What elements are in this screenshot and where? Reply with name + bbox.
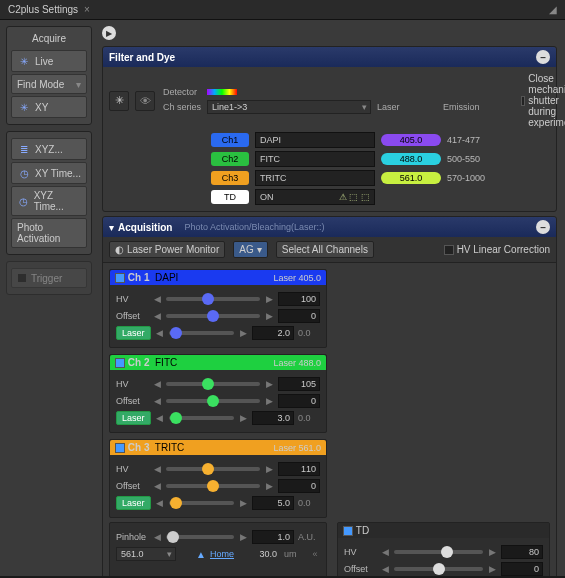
titlebar: C2plus Settings × ◢: [0, 0, 565, 20]
acquire-label: Acquire: [11, 31, 87, 48]
laser-pill[interactable]: 488.0: [381, 153, 441, 165]
channel-panel-ch2: Ch 2 FITCLaser 488.0HV◀▶105Offset◀▶0Lase…: [109, 354, 327, 433]
xyz-time-button[interactable]: ◷XYZ Time...: [11, 186, 87, 216]
hv-slider[interactable]: [166, 467, 260, 471]
eye-port-icon[interactable]: 👁: [135, 91, 155, 111]
gear-icon: ✳: [17, 100, 31, 114]
laser-slider[interactable]: [169, 331, 234, 335]
select-all-channels-button[interactable]: Select All Channels: [276, 241, 374, 258]
laser-power-monitor-button[interactable]: ◐Laser Power Monitor: [109, 241, 225, 258]
acquisition-sub: Photo Activation/Bleaching(Laser::): [184, 222, 324, 232]
laser-value[interactable]: 2.0: [252, 326, 294, 340]
offset-value[interactable]: 0: [278, 479, 320, 493]
laser-pill[interactable]: 561.0: [381, 172, 441, 184]
content: ▶ Filter and Dye – ✳ 👁 Detector Ch: [98, 20, 565, 576]
app-title: C2plus Settings: [8, 4, 78, 15]
filter-dye-grid: Detector Ch series Line1->3 Laser Emissi…: [163, 87, 513, 114]
dec-icon[interactable]: ◀: [152, 532, 162, 542]
emission-text: 417-477: [447, 135, 517, 145]
pinhole-label: Pinhole: [116, 532, 148, 542]
hv-value[interactable]: 100: [278, 292, 320, 306]
home-icon[interactable]: ▲: [196, 549, 206, 560]
hv-value[interactable]: 110: [278, 462, 320, 476]
sidebar: Acquire ✳Live Find Mode▾ ✳XY ≣XYZ... ◷XY…: [0, 20, 98, 576]
hv-slider[interactable]: [166, 297, 260, 301]
dye-input[interactable]: FITC: [255, 151, 375, 167]
hv-value[interactable]: 105: [278, 377, 320, 391]
shutter-checkbox-row[interactable]: Close mechanical shutter during experime…: [521, 73, 565, 128]
expand-icon[interactable]: ▾: [109, 222, 114, 233]
td-checkbox[interactable]: [343, 526, 353, 536]
left-icon[interactable]: «: [310, 549, 320, 559]
channel-pill[interactable]: TD: [211, 190, 249, 204]
live-button[interactable]: ✳Live: [11, 50, 87, 72]
laser-button[interactable]: Laser: [116, 411, 151, 425]
channel-checkbox[interactable]: [115, 443, 125, 453]
collapse-icon[interactable]: –: [536, 50, 550, 64]
col-emission: Emission: [443, 102, 513, 112]
home-link[interactable]: Home: [210, 549, 234, 559]
channel-pill[interactable]: Ch1: [211, 133, 249, 147]
trigger-button: Trigger: [11, 268, 87, 288]
pinhole-wavelength-select[interactable]: 561.0: [116, 547, 176, 561]
ag-button[interactable]: AG▾: [233, 241, 267, 258]
laser-value[interactable]: 3.0: [252, 411, 294, 425]
laser-value[interactable]: 5.0: [252, 496, 294, 510]
channel-checkbox[interactable]: [115, 358, 125, 368]
offset-slider[interactable]: [166, 484, 260, 488]
laser-pill[interactable]: 405.0: [381, 134, 441, 146]
filter-dye-title: Filter and Dye: [109, 52, 175, 63]
gear-icon: ✳: [17, 54, 31, 68]
xy-button[interactable]: ✳XY: [11, 96, 87, 118]
offset-value[interactable]: 0: [278, 309, 320, 323]
chevron-down-icon: ▾: [76, 79, 81, 90]
tab-close-icon[interactable]: ×: [84, 4, 90, 15]
channel-checkbox[interactable]: [115, 273, 125, 283]
col-detector: Detector: [163, 87, 201, 97]
laser-slider[interactable]: [169, 501, 234, 505]
td-offset-value[interactable]: 0: [501, 562, 543, 576]
find-mode-button[interactable]: Find Mode▾: [11, 74, 87, 94]
td-offset-slider[interactable]: [394, 567, 483, 571]
td-hv-slider[interactable]: [394, 550, 483, 554]
window-corner-icon[interactable]: ◢: [549, 4, 557, 15]
pinhole-slider[interactable]: [166, 535, 234, 539]
acquisition-panel: ▾ Acquisition Photo Activation/Bleaching…: [102, 216, 557, 576]
pinhole-panel: Pinhole ◀ ▶ 1.0 A.U. 561.0 ▲ Home: [109, 522, 327, 576]
xyz-button[interactable]: ≣XYZ...: [11, 138, 87, 160]
laser-slider[interactable]: [169, 416, 234, 420]
photo-activation-button[interactable]: Photo Activation: [11, 218, 87, 248]
trigger-checkbox: [17, 273, 27, 283]
dye-input[interactable]: DAPI: [255, 132, 375, 148]
pinhole-value[interactable]: 1.0: [252, 530, 294, 544]
offset-value[interactable]: 0: [278, 394, 320, 408]
hv-slider[interactable]: [166, 382, 260, 386]
offset-slider[interactable]: [166, 314, 260, 318]
xy-time-button[interactable]: ◷XY Time...: [11, 162, 87, 184]
col-spectrum-icon: [207, 89, 237, 95]
channel-panel-ch3: Ch 3 TRITCLaser 561.0HV◀▶110Offset◀▶0Las…: [109, 439, 327, 518]
collapse-icon[interactable]: –: [536, 220, 550, 234]
channel-pill[interactable]: Ch3: [211, 171, 249, 185]
filter-icon[interactable]: ✳: [109, 91, 129, 111]
emission-text: 500-550: [447, 154, 517, 164]
pinhole-um: 30.0: [238, 548, 280, 560]
play-icon[interactable]: ▶: [102, 26, 116, 40]
channel-panel-ch1: Ch 1 DAPILaser 405.0HV◀▶100Offset◀▶0Lase…: [109, 269, 327, 348]
laser-button[interactable]: Laser: [116, 326, 151, 340]
gauge-icon: ◐: [115, 244, 124, 255]
laser-button[interactable]: Laser: [116, 496, 151, 510]
inc-icon[interactable]: ▶: [238, 532, 248, 542]
channel-pill[interactable]: Ch2: [211, 152, 249, 166]
clock-icon: ◷: [17, 166, 31, 180]
ch-series-select[interactable]: Line1->3: [207, 100, 371, 114]
hv-linear-correction[interactable]: HV Linear Correction: [444, 244, 550, 255]
td-hv-value[interactable]: 80: [501, 545, 543, 559]
dye-input[interactable]: TRITC: [255, 170, 375, 186]
offset-slider[interactable]: [166, 399, 260, 403]
shutter-checkbox[interactable]: [521, 96, 525, 106]
filter-dye-panel: Filter and Dye – ✳ 👁 Detector Ch series …: [102, 46, 557, 212]
dye-input[interactable]: ON⚠ ⬚ ⬚: [255, 189, 375, 205]
chevron-down-icon: ▾: [257, 244, 262, 255]
acquisition-title: Acquisition: [118, 222, 172, 233]
